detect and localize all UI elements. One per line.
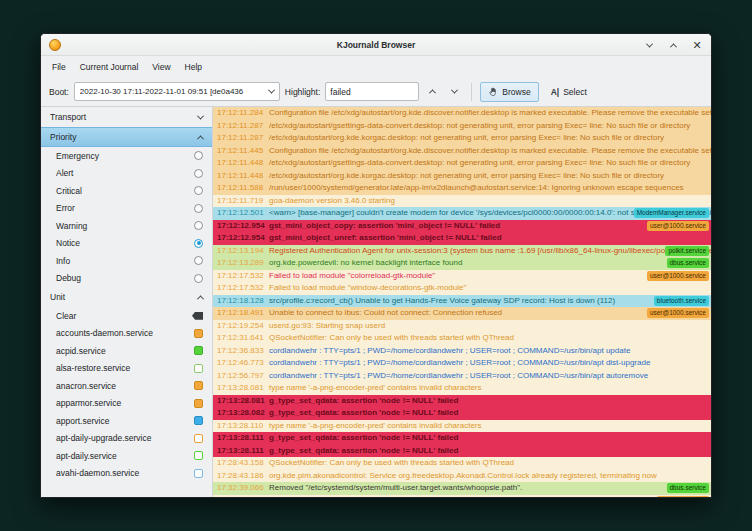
unit-item[interactable]: avahi-daemon.service xyxy=(41,465,212,483)
log-row[interactable]: 17:12:11.287/etc/xdg/autostart/org.kde.k… xyxy=(213,132,711,145)
log-row[interactable]: 17:32:39.066Removed "/etc/systemd/system… xyxy=(213,482,711,495)
log-view[interactable]: 17:12:11.284Configuration file /etc/xdg/… xyxy=(213,107,711,497)
section-priority[interactable]: Priority xyxy=(41,127,212,147)
log-row[interactable]: 17:12:12.954gst_mini_object_unref: asser… xyxy=(213,232,711,245)
priority-radio[interactable] xyxy=(194,151,203,160)
previous-match-button[interactable] xyxy=(424,83,441,100)
log-row[interactable]: 17:12:11.445Configuration file /etc/xdg/… xyxy=(213,145,711,158)
priority-radio[interactable] xyxy=(194,221,203,230)
log-message: org.kde.pim.akonadicontrol: Service org.… xyxy=(269,471,657,480)
next-match-button[interactable] xyxy=(446,83,463,100)
menu-view[interactable]: View xyxy=(145,59,177,75)
priority-radio[interactable] xyxy=(194,204,203,213)
log-row[interactable]: 17:13:28.110type name '-a-png-encoder-pr… xyxy=(213,420,711,433)
section-unit[interactable]: Unit xyxy=(41,287,212,307)
log-row[interactable]: 17:12:12.954gst_mini_object_copy: assert… xyxy=(213,220,711,233)
log-row[interactable]: 17:12:18.491Unable to connect to ibus: C… xyxy=(213,307,711,320)
log-row[interactable]: 17:12:11.448/etc/xdg/autostart/org.kde.k… xyxy=(213,170,711,183)
log-row[interactable]: 17:13:28.111g_type_set_qdata: assertion … xyxy=(213,432,711,445)
log-row[interactable]: 17:12:19.254userd.go:93: Starting snap u… xyxy=(213,320,711,333)
log-row[interactable]: 17:13:28.111g_type_set_qdata: assertion … xyxy=(213,445,711,458)
log-message: Registered Authentication Agent for unix… xyxy=(269,246,711,255)
log-row[interactable]: 17:12:46.773cordlandwehr : TTY=pts/1 ; P… xyxy=(213,357,711,370)
log-row[interactable]: 17:12:11.448/etc/xdg/autostart/gsettings… xyxy=(213,157,711,170)
unit-item[interactable]: apt-daily-upgrade.service xyxy=(41,430,212,448)
unit-item[interactable]: apport.service xyxy=(41,412,212,430)
priority-radio[interactable] xyxy=(194,169,203,178)
maximize-button[interactable] xyxy=(667,39,679,51)
unit-list: accounts-daemon.serviceacpid.servicealsa… xyxy=(41,325,212,483)
log-timestamp: 17:13:28.111 xyxy=(217,432,267,445)
chevron-up-icon xyxy=(197,135,204,142)
log-row[interactable]: 17:12:13.289org.kde.powerdevil: no kerne… xyxy=(213,257,711,270)
log-row[interactable]: 17:32:39.374Anacron 2.3 started on 2022-… xyxy=(213,495,711,498)
unit-checkbox[interactable] xyxy=(194,346,203,355)
highlight-input[interactable] xyxy=(325,82,419,101)
log-row[interactable]: 17:13:28.081type name '-a-png-encoder-pr… xyxy=(213,382,711,395)
minimize-button[interactable] xyxy=(643,39,655,51)
log-row[interactable]: 17:13:28.081g_type_set_qdata: assertion … xyxy=(213,395,711,408)
priority-item-info[interactable]: Info xyxy=(41,252,212,270)
priority-radio[interactable] xyxy=(194,256,203,265)
menu-current-journal[interactable]: Current Journal xyxy=(73,59,146,75)
unit-checkbox[interactable] xyxy=(194,469,203,478)
unit-item[interactable]: apparmor.service xyxy=(41,395,212,413)
priority-radio[interactable] xyxy=(194,239,203,248)
unit-checkbox[interactable] xyxy=(194,399,203,408)
titlebar[interactable]: KJournald Browser ✕ xyxy=(41,34,711,56)
unit-checkbox[interactable] xyxy=(194,381,203,390)
priority-item-warning[interactable]: Warning xyxy=(41,217,212,235)
log-row[interactable]: 17:12:13.194Registered Authentication Ag… xyxy=(213,245,711,258)
log-row[interactable]: 17:12:17.532Failed to load module "color… xyxy=(213,270,711,283)
unit-item[interactable]: alsa-restore.service xyxy=(41,360,212,378)
select-button[interactable]: A| Select xyxy=(544,82,594,102)
log-row[interactable]: 17:12:11.719goa-daemon version 3.46.0 st… xyxy=(213,195,711,208)
unit-checkbox[interactable] xyxy=(194,416,203,425)
section-transport[interactable]: Transport xyxy=(41,107,212,127)
unit-checkbox[interactable] xyxy=(194,364,203,373)
priority-radio[interactable] xyxy=(194,274,203,283)
log-timestamp: 17:12:17.532 xyxy=(217,270,267,283)
unit-chip: user@1000.service xyxy=(647,308,709,318)
unit-checkbox[interactable] xyxy=(194,434,203,443)
log-row[interactable]: 17:12:12.501<warn> [base-manager] couldn… xyxy=(213,207,711,220)
boot-combobox[interactable]: 2022-10-30 17:11-2022-11-01 09:51 [de0a4… xyxy=(74,82,280,101)
log-timestamp: 17:12:36.833 xyxy=(217,345,267,358)
log-timestamp: 17:13:28.081 xyxy=(217,395,267,408)
log-row[interactable]: 17:13:28.082g_type_set_qdata: assertion … xyxy=(213,407,711,420)
kjournald-window: KJournald Browser ✕ FileCurrent JournalV… xyxy=(40,33,712,498)
log-message: /etc/xdg/autostart/gsettings-data-conver… xyxy=(269,158,690,167)
unit-label: anacron.service xyxy=(56,381,116,391)
log-row[interactable]: 17:12:11.588/run/user/1000/systemd/gener… xyxy=(213,182,711,195)
unit-checkbox[interactable] xyxy=(194,451,203,460)
log-message: Configuration file /etc/xdg/autostart/or… xyxy=(269,146,711,155)
priority-item-alert[interactable]: Alert xyxy=(41,165,212,183)
priority-item-error[interactable]: Error xyxy=(41,200,212,218)
log-row[interactable]: 17:12:11.284Configuration file /etc/xdg/… xyxy=(213,107,711,120)
log-row[interactable]: 17:12:31.641QSocketNotifier: Can only be… xyxy=(213,332,711,345)
priority-radio[interactable] xyxy=(194,186,203,195)
log-row[interactable]: 17:28:43.158QSocketNotifier: Can only be… xyxy=(213,457,711,470)
priority-item-emergency[interactable]: Emergency xyxy=(41,147,212,165)
unit-clear-button[interactable]: Clear xyxy=(41,307,212,325)
highlight-label: Highlight: xyxy=(285,87,320,97)
priority-item-debug[interactable]: Debug xyxy=(41,270,212,288)
close-button[interactable]: ✕ xyxy=(691,39,703,51)
log-row[interactable]: 17:12:17.532Failed to load module "windo… xyxy=(213,282,711,295)
priority-item-critical[interactable]: Critical xyxy=(41,182,212,200)
menu-file[interactable]: File xyxy=(45,59,73,75)
priority-item-notice[interactable]: Notice xyxy=(41,235,212,253)
unit-item[interactable]: accounts-daemon.service xyxy=(41,325,212,343)
menu-help[interactable]: Help xyxy=(178,59,209,75)
log-timestamp: 17:13:28.111 xyxy=(217,445,267,458)
log-row[interactable]: 17:12:36.833cordlandwehr : TTY=pts/1 ; P… xyxy=(213,345,711,358)
log-row[interactable]: 17:12:18.128src/profile.c:record_cb() Un… xyxy=(213,295,711,308)
browse-button[interactable]: Browse xyxy=(480,82,538,102)
unit-item[interactable]: acpid.service xyxy=(41,342,212,360)
log-row[interactable]: 17:28:43.186org.kde.pim.akonadicontrol: … xyxy=(213,470,711,483)
log-row[interactable]: 17:12:11.287/etc/xdg/autostart/gsettings… xyxy=(213,120,711,133)
unit-item[interactable]: apt-daily.service xyxy=(41,447,212,465)
log-row[interactable]: 17:12:56.797cordlandwehr : TTY=pts/1 ; P… xyxy=(213,370,711,383)
unit-checkbox[interactable] xyxy=(194,329,203,338)
unit-item[interactable]: anacron.service xyxy=(41,377,212,395)
